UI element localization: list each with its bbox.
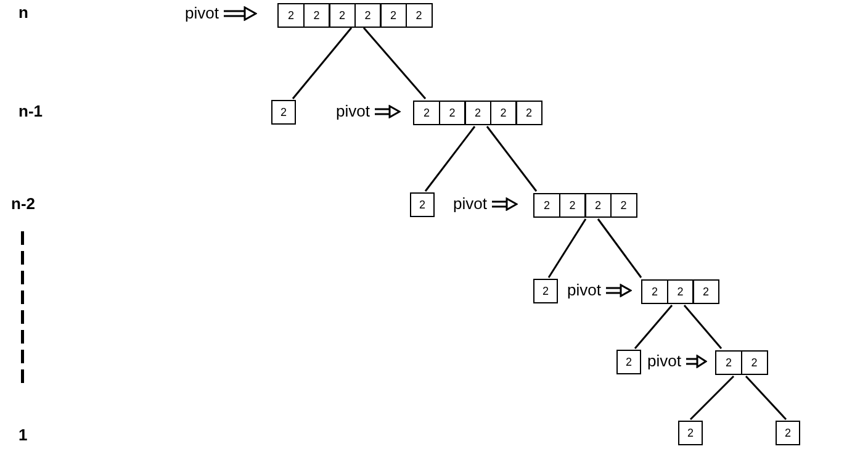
array-cell: 2 [533, 193, 560, 218]
array-level-4: 2 2 [715, 350, 768, 375]
array-cell: 2 [464, 101, 491, 125]
level-label-1: 1 [18, 426, 27, 445]
svg-line-4 [549, 219, 586, 278]
array-cell: 2 [584, 193, 612, 218]
svg-marker-24 [697, 356, 706, 367]
array-level-1: 2 2 2 2 2 [413, 101, 542, 125]
continuation-dashes [21, 231, 25, 398]
pivot-label-0: pivot [185, 4, 257, 23]
pivot-text: pivot [336, 102, 370, 121]
single-cell-level-4: 2 [616, 350, 641, 374]
array-cell: 2 [303, 3, 330, 28]
pivot-label-4: pivot [647, 352, 707, 371]
svg-line-1 [364, 28, 425, 99]
array-cell: 2 [559, 193, 586, 218]
array-cell: 2 [406, 3, 433, 28]
svg-line-0 [293, 28, 351, 99]
array-cell: 2 [667, 279, 694, 304]
svg-line-9 [746, 376, 786, 419]
array-level-3: 2 2 2 [641, 279, 719, 304]
array-level-2: 2 2 2 2 [533, 193, 637, 218]
array-cell: 2 [610, 193, 637, 218]
array-cell: 2 [413, 101, 440, 125]
pivot-text: pivot [647, 352, 681, 371]
svg-line-8 [690, 376, 734, 419]
tree-connectors [0, 0, 868, 449]
svg-marker-15 [390, 106, 399, 117]
arrow-right-icon [685, 355, 707, 368]
array-cell: 2 [277, 3, 305, 28]
array-cell: 2 [515, 101, 542, 125]
array-level-0: 2 2 2 2 2 2 [277, 3, 433, 28]
pivot-label-2: pivot [453, 194, 518, 213]
svg-marker-12 [245, 7, 256, 20]
array-cell: 2 [439, 101, 466, 125]
pivot-label-3: pivot [567, 281, 632, 300]
level-label-n-1: n-1 [18, 102, 43, 121]
arrow-right-icon [374, 105, 401, 118]
pivot-text: pivot [185, 4, 219, 23]
array-cell: 2 [641, 279, 668, 304]
array-cell: 2 [715, 350, 742, 375]
svg-marker-21 [621, 285, 631, 296]
level-label-n: n [18, 3, 28, 22]
array-cell: 2 [741, 350, 768, 375]
svg-marker-18 [507, 199, 517, 210]
array-cell: 2 [354, 3, 382, 28]
pivot-label-1: pivot [336, 102, 401, 121]
single-cell-level-1: 2 [271, 100, 296, 125]
array-cell: 2 [692, 279, 719, 304]
svg-line-6 [635, 305, 672, 348]
level-label-n-2: n-2 [11, 194, 35, 213]
svg-line-7 [684, 305, 721, 348]
pivot-text: pivot [567, 281, 601, 300]
single-cell-level-2: 2 [410, 192, 435, 217]
single-cell-level-3: 2 [533, 279, 558, 303]
svg-line-5 [598, 219, 641, 278]
array-cell: 2 [329, 3, 356, 28]
leaf-right: 2 [776, 421, 800, 445]
arrow-right-icon [223, 6, 257, 21]
array-cell: 2 [490, 101, 517, 125]
array-cell: 2 [380, 3, 407, 28]
arrow-right-icon [605, 284, 632, 297]
leaf-left: 2 [678, 421, 703, 445]
pivot-text: pivot [453, 194, 487, 213]
svg-line-2 [425, 126, 475, 191]
arrow-right-icon [491, 197, 518, 211]
svg-line-3 [487, 126, 536, 191]
